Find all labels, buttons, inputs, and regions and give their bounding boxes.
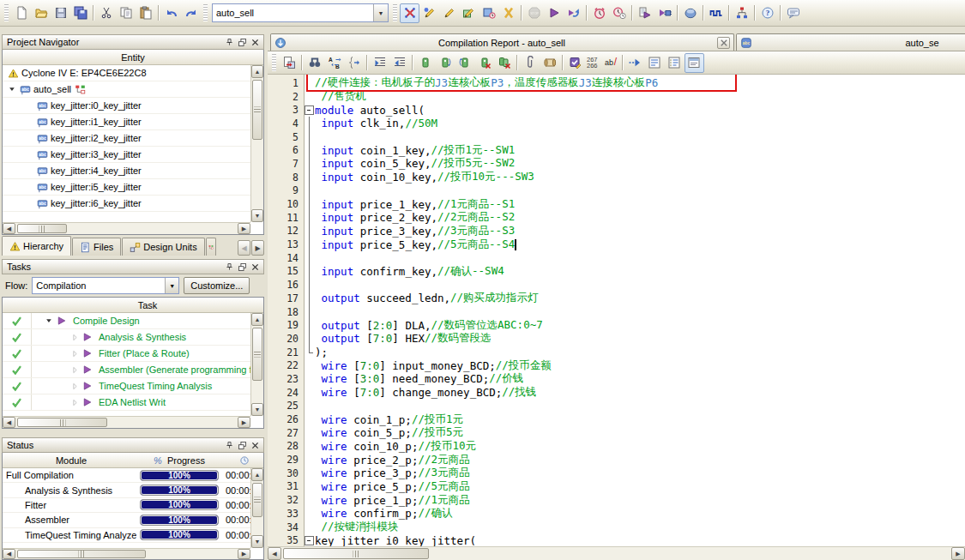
code-line[interactable]: 13 input price_5_key,//5元商品--S4 [268, 238, 965, 251]
stop-compilation-icon[interactable]: STOP [524, 3, 544, 23]
assignment-editor-icon[interactable] [419, 3, 439, 23]
editor-horizontal-scrollbar[interactable]: ◀ ▶ [268, 546, 965, 560]
code-line[interactable]: 32 wire price_1_p;//1元商品 [268, 493, 965, 507]
save-all-icon[interactable] [70, 3, 90, 23]
scroll-left-icon[interactable]: ◀ [3, 549, 15, 559]
code-line[interactable]: 29 wire price_2_p;//2元商品 [268, 453, 965, 467]
float-window-icon[interactable] [236, 36, 249, 48]
code-line[interactable]: 20 output [7:0] HEX//数码管段选 [268, 332, 965, 346]
insert-template-icon[interactable] [540, 53, 559, 73]
run-task-icon[interactable] [82, 332, 95, 342]
replace-icon[interactable]: AB [324, 53, 344, 73]
timing-analyzer-icon[interactable] [609, 3, 629, 23]
close-tab-icon[interactable] [717, 37, 730, 49]
flow-select[interactable]: Compilation ▼ [32, 277, 179, 294]
increase-indent-icon[interactable] [370, 53, 389, 73]
entity-row[interactable]: abckey_jitter:i0_key_jitter [3, 98, 250, 114]
float-window-icon[interactable] [236, 261, 249, 273]
entity-row[interactable]: abcauto_sell [3, 81, 250, 98]
pin-icon[interactable] [223, 261, 236, 273]
timequest-icon[interactable] [589, 3, 609, 23]
scroll-right-icon[interactable]: ▶ [951, 547, 965, 560]
bookmark-toggle-icon[interactable] [415, 53, 435, 73]
scroll-down-icon[interactable]: ▼ [251, 209, 263, 222]
code-line[interactable]: 17 output succeed_ledn,//购买成功指示灯 [268, 292, 965, 305]
tasks-vertical-scrollbar[interactable]: ▲ ▼ [250, 313, 263, 416]
code-line[interactable]: 6 input coin_1_key,//投币1元--SW1 [268, 143, 965, 157]
close-icon[interactable] [249, 261, 262, 273]
code-line[interactable]: 7 input coin_5_key,//投币5元--SW2 [268, 157, 965, 171]
task-row[interactable]: Assembler (Generate programming file [3, 362, 250, 378]
programmer-icon[interactable] [680, 3, 700, 23]
task-row[interactable]: Fitter (Place & Route) [3, 346, 250, 362]
run-task-icon[interactable] [82, 381, 95, 391]
code-line[interactable]: 25 [268, 400, 965, 413]
bookmark-previous-icon[interactable] [455, 53, 474, 73]
toolbar-gripper[interactable] [272, 54, 276, 71]
attach-file-icon[interactable] [520, 53, 540, 73]
close-icon[interactable] [249, 36, 262, 48]
redo-icon[interactable] [181, 3, 201, 23]
expand-arrow-icon[interactable] [69, 334, 81, 341]
expand-arrow-icon[interactable] [69, 399, 81, 406]
syntax-coloring-icon[interactable]: ab/ [600, 53, 619, 73]
expand-arrow-icon[interactable] [69, 382, 81, 390]
entity-row[interactable]: Cyclone IV E: EP4CE6E22C8 [3, 65, 250, 81]
entity-row[interactable]: abckey_jitter:i4_key_jitter [3, 163, 250, 179]
pin-icon[interactable] [223, 439, 236, 451]
code-line[interactable]: 1//硬件连接：电机板子的J3连核心板P3，温度传感器板J3连接核心板P6 [268, 76, 965, 90]
scroll-right-icon[interactable]: ▶ [238, 223, 250, 234]
code-line[interactable]: 15 input confirm_key,//确认--SW4 [268, 265, 965, 279]
run-task-icon[interactable] [82, 348, 95, 358]
scroll-left-icon[interactable]: ◀ [268, 547, 281, 560]
scroll-up-icon[interactable]: ▲ [251, 468, 263, 481]
toolbar-gripper[interactable] [203, 4, 208, 21]
scroll-down-icon[interactable]: ▼ [251, 535, 263, 548]
tab-scroll-left-icon[interactable]: ◀ [238, 240, 250, 256]
expand-arrow-icon[interactable] [69, 366, 81, 374]
time-column-header[interactable] [222, 455, 263, 466]
code-line[interactable]: 23 wire [3:0] need_money_BCD;//价钱 [268, 372, 965, 386]
goto-bracket-icon[interactable] [344, 53, 364, 73]
bookmark-delete-all-icon[interactable] [494, 53, 514, 73]
float-window-icon[interactable] [236, 439, 249, 451]
code-line[interactable]: 28 wire coin_10_p;//投币10元 [268, 440, 965, 454]
code-line[interactable]: 31 wire price_5_p;//5元商品 [268, 480, 965, 494]
goto-line-icon[interactable] [625, 53, 645, 73]
progress-column-header[interactable]: % Progress [136, 455, 222, 466]
split-view-icon[interactable] [685, 53, 704, 73]
task-row[interactable]: EDA Netlist Writ [3, 394, 250, 411]
bookmark-next-icon[interactable] [435, 53, 455, 73]
run-task-icon[interactable] [82, 397, 95, 407]
task-column-header[interactable]: Task [3, 298, 263, 313]
decrease-indent-icon[interactable] [389, 53, 409, 73]
open-file-icon[interactable] [31, 3, 51, 23]
customize-button[interactable]: Customize... [184, 277, 250, 294]
insert-file-icon[interactable] [279, 53, 299, 73]
tab-hierarchy[interactable]: Hierarchy [2, 236, 71, 256]
code-line[interactable]: 26 wire coin_1_p;//投币1元 [268, 412, 965, 426]
gate-level-simulation-icon[interactable] [654, 3, 674, 23]
entity-row[interactable]: abckey_jitter:i5_key_jitter [3, 179, 250, 196]
status-horizontal-scrollbar[interactable]: ◀ ▶ [3, 548, 250, 559]
code-editor[interactable]: 1//硬件连接：电机板子的J3连核心板P3，温度传感器板J3连接核心板P62 /… [268, 75, 965, 546]
show-line-numbers-icon[interactable] [665, 53, 685, 73]
bookmark-delete-icon[interactable] [474, 53, 494, 73]
task-row[interactable]: Compile Design [3, 313, 250, 329]
entity-horizontal-scrollbar[interactable]: ◀ ▶ [3, 222, 250, 234]
entity-vertical-scrollbar[interactable]: ▲ ▼ [250, 65, 263, 222]
rtl-viewer-icon[interactable] [732, 3, 751, 23]
code-line[interactable]: 9 [268, 184, 965, 198]
help-icon[interactable]: ? [757, 3, 777, 23]
code-line[interactable]: 11 input price_2_key,//2元商品--S2 [268, 211, 965, 225]
save-icon[interactable] [51, 3, 70, 23]
start-simulation-icon[interactable] [635, 3, 654, 23]
tab-compilation-report[interactable]: Compilation Report - auto_sell [270, 33, 734, 51]
settings-icon[interactable] [400, 3, 419, 23]
code-line[interactable]: 5 [268, 130, 965, 144]
expand-arrow-icon[interactable] [69, 350, 81, 358]
code-line[interactable]: 10 input price_1_key,//1元商品--S1 [268, 197, 965, 211]
tab-scroll-right-icon[interactable]: ▶ [251, 240, 264, 256]
tab-files[interactable]: Files [72, 238, 121, 256]
run-task-icon[interactable] [82, 364, 95, 375]
